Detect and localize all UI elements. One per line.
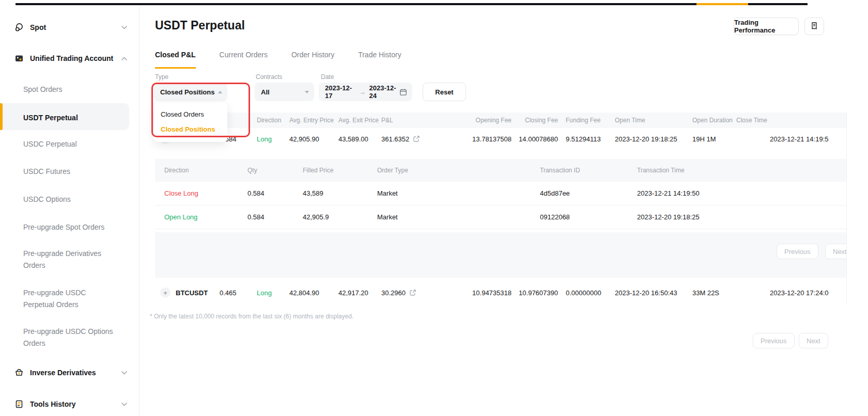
subcell-transaction-time: 2023-12-20 19:18:25	[637, 213, 846, 221]
col-header-closing-fee: Closing Fee	[512, 117, 558, 124]
share-pnl-icon[interactable]	[409, 289, 416, 296]
next-page-button[interactable]: Next	[799, 333, 828, 348]
sidebar-item-usdc-perpetual[interactable]: USDC Perpetual	[0, 138, 129, 150]
sidebar-item-tools-history[interactable]: Tools History	[0, 397, 140, 411]
cell-contracts: BTCUSDT	[176, 289, 220, 297]
sidebar-item-spot-orders[interactable]: Spot Orders	[0, 84, 129, 95]
trading-performance-label: Trading Performance	[734, 19, 798, 34]
type-filter-label: Type	[155, 73, 168, 81]
subcell-transaction-id: 09122068	[540, 213, 637, 221]
cell-open-duration: 19H 1M	[687, 135, 729, 143]
inverse-derivatives-icon	[14, 368, 24, 377]
col-header-avg-exit-price: Avg. Exit Price	[338, 117, 381, 124]
sidebar-item-unified-trading-account[interactable]: Unified Trading Account	[0, 51, 140, 66]
col-header-close-time: Close Time	[729, 117, 846, 124]
sidebar-item-usdt-perpetual[interactable]: USDT Perpetual	[0, 112, 129, 124]
cell-direction: Long	[251, 135, 289, 143]
sidebar-item-label: Inverse Derivatives	[30, 369, 96, 377]
type-option-closed-orders[interactable]: Closed Orders	[154, 107, 227, 122]
subcol-header-transaction-id: Transaction ID	[540, 167, 637, 174]
tools-history-icon	[14, 399, 24, 409]
table-row: − BTCUSDT 0.584 Long 42,905.90 43,589.00…	[155, 128, 846, 150]
date-filter-label: Date	[321, 73, 334, 81]
subcol-header-filled-price: Filled Price	[303, 167, 377, 174]
subtable-previous-button[interactable]: Previous	[777, 244, 818, 259]
col-header-avg-entry-price: Avg. Entry Price	[289, 117, 338, 124]
records-footnote: * Only the latest 10,000 records from th…	[150, 313, 353, 320]
sidebar-item-pre-upgrade-usdc-options-orders[interactable]: Pre-upgrade USDC Options Orders	[0, 326, 129, 349]
page-title: USDT Perpetual	[155, 19, 245, 33]
sidebar-item-inverse-derivatives[interactable]: Inverse Derivatives	[0, 365, 140, 380]
sidebar-item-pre-upgrade-usdc-perpetual-orders[interactable]: Pre-upgrade USDC Perpetual Orders	[0, 287, 129, 311]
subcell-transaction-id: 4d5d87ee	[540, 189, 637, 197]
cell-funding-fee: 0.00000000	[558, 289, 610, 297]
subcell-order-type: Market	[377, 189, 540, 197]
sidebar: Spot Unified Trading Account Spot Orders…	[0, 5, 140, 416]
chevron-up-icon	[121, 57, 127, 60]
expand-row-button[interactable]: +	[160, 287, 171, 298]
col-header-pnl: P&L	[381, 117, 444, 124]
subtable-footer: Previous Next	[155, 232, 846, 278]
contracts-select[interactable]: All	[255, 83, 314, 101]
caret-down-icon	[305, 91, 309, 93]
subtable-next-button[interactable]: Next	[825, 244, 846, 259]
previous-page-button[interactable]: Previous	[753, 333, 795, 348]
spot-icon	[14, 23, 24, 32]
col-header-funding-fee: Funding Fee	[558, 117, 610, 124]
cell-closing-fee: 14.00078680	[512, 135, 558, 143]
type-select[interactable]: Closed Positions	[154, 83, 227, 101]
cell-funding-fee: 9.51294113	[558, 135, 610, 143]
date-to-value: 2023-12-24	[369, 84, 400, 100]
cell-avg-exit-price: 42,917.20	[338, 289, 381, 297]
reset-button[interactable]: Reset	[423, 83, 466, 101]
cell-open-time: 2023-12-20 19:18:25	[610, 135, 687, 143]
cell-pnl: 361.6352	[381, 135, 409, 143]
cell-close-time: 2023-12-20 17:24:0	[770, 289, 828, 297]
sidebar-item-pre-upgrade-spot-orders[interactable]: Pre-upgrade Spot Orders	[0, 221, 129, 233]
subcell-direction: Open Long	[155, 213, 247, 221]
tab-current-orders[interactable]: Current Orders	[220, 51, 268, 69]
table-right-edge-divider	[846, 113, 847, 303]
type-select-dropdown-menu: Closed Orders Closed Positions	[154, 103, 227, 142]
trading-performance-button[interactable]: Trading Performance	[734, 18, 799, 35]
subcol-header-transaction-time: Transaction Time	[637, 167, 846, 174]
caret-up-icon	[218, 91, 222, 93]
sidebar-item-spot[interactable]: Spot	[0, 20, 140, 35]
cell-avg-entry-price: 42,905.90	[289, 135, 338, 143]
sidebar-item-usdc-futures[interactable]: USDC Futures	[0, 166, 129, 178]
report-icon-button[interactable]	[804, 18, 824, 35]
subcell-filled-price: 42,905.9	[303, 213, 377, 221]
tab-order-history[interactable]: Order History	[291, 51, 334, 69]
subcol-header-qty: Qty	[247, 167, 303, 174]
chevron-down-icon	[121, 26, 127, 29]
col-header-open-time: Open Time	[610, 117, 687, 124]
tab-closed-pnl[interactable]: Closed P&L	[155, 51, 196, 69]
sidebar-item-usdc-options[interactable]: USDC Options	[0, 194, 129, 205]
tab-trade-history[interactable]: Trade History	[358, 51, 401, 69]
subtable-row: Open Long 0.584 42,905.9 Market 09122068…	[155, 205, 846, 229]
sidebar-item-label: Spot	[30, 23, 46, 31]
date-range-picker[interactable]: 2023-12-17 → 2023-12-24	[319, 83, 412, 101]
type-select-value: Closed Positions	[160, 88, 214, 96]
tab-bar: Closed P&L Current Orders Order History …	[155, 51, 401, 69]
date-from-value: 2023-12-17	[325, 84, 355, 100]
subcol-header-order-type: Order Type	[377, 167, 540, 174]
subcell-order-type: Market	[377, 213, 540, 221]
reset-button-label: Reset	[435, 88, 453, 96]
sidebar-item-label: Unified Trading Account	[30, 54, 113, 62]
page: Spot Unified Trading Account Spot Orders…	[0, 0, 868, 416]
col-header-direction: Direction	[251, 117, 289, 124]
cell-open-time: 2023-12-20 16:50:43	[610, 289, 687, 297]
sidebar-item-pre-upgrade-derivatives-orders[interactable]: Pre-upgrade Derivatives Orders	[0, 248, 129, 271]
subcol-header-direction: Direction	[155, 167, 247, 174]
subcell-direction: Close Long	[155, 189, 247, 197]
calendar-icon	[399, 88, 407, 96]
receipt-icon	[810, 22, 818, 31]
type-option-closed-positions[interactable]: Closed Positions	[154, 122, 227, 137]
share-pnl-icon[interactable]	[413, 135, 420, 142]
cell-avg-entry-price: 42,804.90	[289, 289, 338, 297]
subtable-header-row: Direction Qty Filled Price Order Type Tr…	[155, 159, 846, 182]
cell-closing-fee: 10.97607390	[512, 289, 558, 297]
subcell-transaction-time: 2023-12-21 14:19:50	[637, 189, 846, 197]
unified-trading-account-icon	[14, 54, 24, 63]
